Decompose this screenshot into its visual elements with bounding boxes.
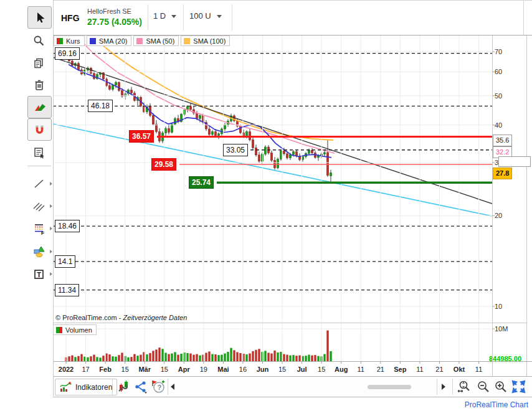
legend-volumen[interactable]: Volumen <box>53 324 97 335</box>
expand-icon <box>511 380 526 394</box>
legend-sma20-label: SMA (20) <box>99 37 128 45</box>
help-button[interactable]: ? <box>151 380 166 396</box>
fibonacci-tool-caret[interactable] <box>50 227 52 230</box>
legend-sma100[interactable]: SMA (100) <box>181 35 230 46</box>
magnet-tool-button[interactable] <box>27 118 52 141</box>
prt-logo-button[interactable] <box>27 96 52 118</box>
magnifier-icon <box>33 35 45 47</box>
last-price-change: 27.75 (4.05%) <box>87 17 142 27</box>
share-icon <box>134 380 148 394</box>
volume-legend-icon <box>56 327 62 333</box>
left-arrow-icon <box>171 384 174 390</box>
legend-kurs[interactable]: Kurs <box>54 35 85 46</box>
backtest-button[interactable] <box>117 380 131 396</box>
scroll-right-button[interactable] <box>442 384 445 390</box>
header-edge <box>523 1 524 35</box>
volume-pane[interactable] <box>65 331 331 361</box>
text-icon: T <box>33 268 45 280</box>
timeframe-value: 1 D <box>153 11 166 21</box>
svg-text:?: ? <box>157 384 161 391</box>
line-tool-caret[interactable] <box>50 182 52 186</box>
zoom-tool-button[interactable] <box>27 30 50 51</box>
time-scrollbar-thumb[interactable] <box>368 385 411 389</box>
legend-kurs-label: Kurs <box>66 37 80 45</box>
time-axis-divider <box>53 361 532 362</box>
chevron-down-icon <box>217 15 222 18</box>
header-separator <box>232 4 232 31</box>
price-pane[interactable] <box>53 43 492 217</box>
right-gutter-divider <box>526 34 527 376</box>
copyright-note: © ProRealTime.com - Zeitverzögerte Daten <box>55 314 187 321</box>
parallel-lines-icon <box>33 201 45 212</box>
shapes-tool-caret[interactable] <box>50 250 52 253</box>
text-tool-caret[interactable] <box>50 272 52 276</box>
parallel-tool-caret[interactable] <box>50 204 52 208</box>
price-legend: Kurs SMA (20) SMA (50) SMA (100) <box>54 35 230 46</box>
toolbar-separator <box>452 379 453 395</box>
fibonacci-icon: F <box>33 222 45 235</box>
toolbar-separator <box>437 379 437 395</box>
header-separator <box>183 4 184 31</box>
indicators-icon <box>60 382 72 392</box>
chart-header: HFG HelloFresh SE 27.75 (4.05%) 1 D 100 … <box>53 0 532 35</box>
sma50-color-icon <box>136 38 143 44</box>
legend-sma100-label: SMA (100) <box>193 37 226 45</box>
fibonacci-tool-button[interactable]: F <box>27 218 50 239</box>
order-list-icon <box>33 146 45 159</box>
sma20-color-icon <box>90 38 96 44</box>
order-tool-button[interactable] <box>27 142 50 163</box>
cursor-icon <box>34 11 46 24</box>
legend-volumen-label: Volumen <box>65 326 92 334</box>
zoom-vertical-icon <box>457 380 472 394</box>
zoom-custom-button[interactable] <box>457 380 472 396</box>
right-arrow-icon <box>442 384 445 390</box>
header-separator <box>148 4 148 31</box>
svg-text:T: T <box>37 270 41 278</box>
time-scrollbar[interactable] <box>178 385 486 390</box>
trendline-icon <box>34 178 45 189</box>
parallel-lines-tool-button[interactable] <box>27 196 50 217</box>
fullscreen-button[interactable] <box>511 380 526 396</box>
shapes-icon <box>33 245 45 258</box>
left-toolbar: F T <box>0 0 54 396</box>
zoom-out-icon <box>477 380 490 394</box>
zoom-in-icon <box>494 380 508 394</box>
price-axis-divider <box>492 34 493 376</box>
prorealtime-chart-link[interactable]: ProRealTime Chart <box>465 400 528 409</box>
legend-sma50[interactable]: SMA (50) <box>133 35 179 46</box>
indicators-button[interactable]: Indikatoren <box>55 379 117 395</box>
zoom-out-button[interactable] <box>477 380 490 396</box>
volume-pane-divider <box>53 323 526 323</box>
toolbar-separator <box>27 166 51 166</box>
delete-tool-button[interactable] <box>27 74 50 95</box>
timeframe-dropdown[interactable]: 1 D <box>153 11 176 21</box>
svg-text:F: F <box>41 230 44 235</box>
units-dropdown[interactable]: 100 U <box>189 11 222 21</box>
sma100-color-icon <box>184 38 190 44</box>
copy-icon <box>33 57 45 69</box>
shapes-tool-button[interactable] <box>27 241 50 262</box>
magnet-icon <box>34 124 45 136</box>
symbol-ticker: HFG <box>61 13 80 23</box>
units-value: 100 U <box>189 11 211 21</box>
prorealtime-chart-app: F T HFG HelloFresh SE 27.75 (4.05%) 1 D <box>0 0 532 416</box>
chart-canvas[interactable] <box>0 0 532 416</box>
copy-tool-button[interactable] <box>27 52 50 73</box>
share-button[interactable] <box>134 380 148 396</box>
legend-sma50-label: SMA (50) <box>146 37 174 45</box>
line-tool-button[interactable] <box>27 173 50 194</box>
chevron-down-icon <box>171 15 176 18</box>
copyright-text: © ProRealTime.com - <box>55 314 123 321</box>
toolbar-separator <box>168 379 168 395</box>
prt-logo-icon <box>34 102 46 113</box>
trash-icon <box>34 79 45 91</box>
text-tool-button[interactable]: T <box>27 263 50 285</box>
toolbar-separator <box>112 379 113 395</box>
delayed-data-note: Zeitverzögerte Daten <box>123 314 188 321</box>
legend-sma20[interactable]: SMA (20) <box>87 35 132 46</box>
volume-legend: Volumen <box>53 324 97 335</box>
indicators-label: Indikatoren <box>75 383 112 392</box>
cursor-tool-button[interactable] <box>27 6 52 29</box>
scroll-left-button[interactable] <box>171 384 174 390</box>
zoom-in-button[interactable] <box>494 380 508 396</box>
